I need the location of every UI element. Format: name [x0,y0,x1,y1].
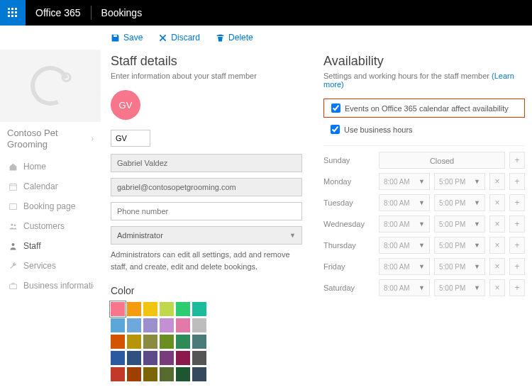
color-swatch[interactable] [176,335,190,349]
start-time-select[interactable]: 8:00 AM▼ [379,279,430,296]
remove-hours-button[interactable]: × [489,237,505,254]
color-swatch[interactable] [127,351,141,365]
role-value: Administrator [117,231,163,240]
add-hours-button[interactable]: + [509,173,525,190]
app-launcher[interactable] [0,0,26,26]
role-select[interactable]: Administrator ▼ [111,226,302,245]
end-time-select[interactable]: 5:00 PM▼ [434,194,485,211]
nav-home[interactable]: Home [7,157,94,177]
availability-subtitle: Settings and working hours for the staff… [323,72,525,89]
remove-hours-button[interactable]: × [489,173,505,190]
end-time-select[interactable]: 5:00 PM▼ [434,258,485,275]
color-swatch[interactable] [143,335,157,349]
end-time-select[interactable]: 5:00 PM▼ [434,237,485,254]
events-affect-checkbox[interactable]: Events on Office 365 calendar affect ava… [331,103,517,113]
color-swatch[interactable] [192,335,206,349]
avatar[interactable]: GV [111,90,140,120]
day-row: Friday8:00 AM▼5:00 PM▼×+ [323,258,525,275]
end-time-select[interactable]: 5:00 PM▼ [434,173,485,190]
day-row: Wednesday8:00 AM▼5:00 PM▼×+ [323,215,525,233]
save-button[interactable]: Save [111,33,143,43]
color-swatch[interactable] [127,302,141,316]
start-time-select[interactable]: 8:00 AM▼ [379,173,430,190]
color-swatch[interactable] [176,318,190,332]
nav-booking-page[interactable]: Booking page [7,196,94,216]
nav-calendar[interactable]: Calendar [7,177,94,196]
use-business-hours-checkbox[interactable]: Use business hours [323,123,525,135]
suite-name[interactable]: Office 365 [26,7,91,18]
org-name: Contoso Pet Grooming [7,128,92,150]
start-time-select[interactable]: 8:00 AM▼ [379,215,430,233]
details-subtitle: Enter information about your staff membe… [111,72,302,80]
org-switcher[interactable]: Contoso Pet Grooming › [7,128,94,150]
color-swatch[interactable] [111,335,125,349]
color-swatch[interactable] [111,367,125,381]
remove-hours-button[interactable]: × [489,258,505,275]
color-swatch[interactable] [160,335,174,349]
end-time-select[interactable]: 5:00 PM▼ [434,215,485,233]
color-swatch[interactable] [127,367,141,381]
color-swatch[interactable] [127,318,141,332]
role-description: Administrators can edit all settings, ad… [111,249,302,272]
color-swatch[interactable] [192,302,206,316]
remove-hours-button[interactable]: × [489,279,505,296]
color-swatch[interactable] [160,302,174,316]
nav-services[interactable]: Services [7,256,94,276]
phone-input[interactable] [111,202,302,220]
calendar-icon [9,182,18,191]
color-swatch[interactable] [192,318,206,332]
day-label: Sunday [323,156,375,164]
color-swatch[interactable] [111,318,125,332]
color-swatch[interactable] [160,367,174,381]
start-time-select[interactable]: 8:00 AM▼ [379,194,430,211]
color-swatch[interactable] [176,367,190,381]
add-hours-button[interactable]: + [509,258,525,275]
checkbox-input[interactable] [331,125,340,134]
discard-button[interactable]: Discard [158,33,200,43]
nav-customers[interactable]: Customers [7,216,94,236]
add-hours-button[interactable]: + [509,237,525,254]
name-input[interactable] [111,154,302,172]
home-icon [9,162,18,172]
color-swatch[interactable] [160,351,174,365]
email-input[interactable] [111,178,302,196]
logo-icon [25,60,76,111]
checkbox-input[interactable] [331,103,340,113]
color-swatch[interactable] [192,351,206,365]
start-time-select[interactable]: 8:00 AM▼ [379,258,430,275]
color-swatch[interactable] [160,318,174,332]
delete-button[interactable]: Delete [216,33,253,43]
color-swatch[interactable] [143,367,157,381]
separator [323,145,525,146]
color-swatch[interactable] [143,351,157,365]
nav-business[interactable]: Business information [7,276,94,296]
color-swatch[interactable] [111,351,125,365]
remove-hours-button[interactable]: × [489,215,505,233]
start-time-select[interactable]: 8:00 AM▼ [379,237,430,254]
people-icon [9,222,18,231]
end-time-select[interactable]: 5:00 PM▼ [434,279,485,296]
svg-point-1 [14,224,16,226]
color-swatch[interactable] [176,302,190,316]
color-swatch[interactable] [111,302,125,316]
day-label: Friday [323,262,375,271]
color-swatch[interactable] [192,367,206,381]
add-hours-button[interactable]: + [509,279,525,296]
add-hours-button[interactable]: + [509,152,525,169]
color-swatch[interactable] [176,351,190,365]
initials-input[interactable] [111,130,150,147]
color-swatch[interactable] [143,318,157,332]
add-hours-button[interactable]: + [509,215,525,233]
color-swatch[interactable] [143,302,157,316]
color-swatch[interactable] [127,335,141,349]
staff-details-panel: Staff details Enter information about yo… [111,54,302,381]
chevron-down-icon: ▼ [289,232,296,239]
nav-staff[interactable]: Staff [7,236,94,256]
sidebar: Contoso Pet Grooming › Home Calendar Boo… [0,50,101,392]
delete-label: Delete [228,33,253,43]
svg-point-0 [11,223,13,225]
remove-hours-button[interactable]: × [489,194,505,211]
add-hours-button[interactable]: + [509,194,525,211]
nav-label: Booking page [23,201,75,211]
suite-header: Office 365 Bookings [0,0,532,26]
